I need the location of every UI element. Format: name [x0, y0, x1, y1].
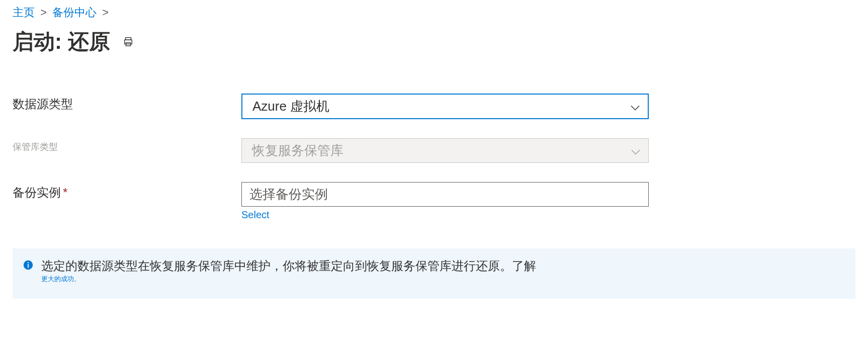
- label-datasource-type: 数据源类型: [13, 94, 241, 112]
- form-area: 数据源类型 Azure 虚拟机 保管库类型 恢复服务保管库 备份实例*: [13, 94, 855, 221]
- required-asterisk: *: [63, 186, 67, 199]
- select-vault-value: 恢复服务保管库: [252, 143, 343, 158]
- chevron-down-icon: [630, 99, 640, 114]
- info-content: 选定的数据源类型在恢复服务保管库中维护，你将被重定向到恢复服务保管库进行还原。了…: [41, 257, 536, 284]
- info-icon: [23, 259, 34, 271]
- chevron-down-icon: [631, 143, 641, 158]
- print-icon[interactable]: [123, 36, 134, 47]
- info-learn-more-link[interactable]: 更大的成功。: [41, 275, 536, 284]
- svg-point-5: [28, 262, 29, 263]
- title-row: 启动: 还原: [13, 28, 855, 56]
- input-backup-instance[interactable]: 选择备份实例: [241, 182, 649, 207]
- select-datasource-type[interactable]: Azure 虚拟机: [241, 94, 649, 119]
- breadcrumb-backup-center[interactable]: 备份中心: [52, 6, 97, 19]
- select-vault-type: 恢复服务保管库: [241, 138, 649, 163]
- label-vault-type: 保管库类型: [13, 138, 241, 153]
- select-instance-link[interactable]: Select: [241, 209, 270, 221]
- breadcrumb-home[interactable]: 主页: [13, 6, 35, 19]
- page-title: 启动: 还原: [13, 28, 110, 56]
- info-box: 选定的数据源类型在恢复服务保管库中维护，你将被重定向到恢复服务保管库进行还原。了…: [13, 248, 855, 299]
- row-backup-instance: 备份实例* 选择备份实例 Select: [13, 182, 855, 221]
- row-datasource-type: 数据源类型 Azure 虚拟机: [13, 94, 855, 119]
- breadcrumb-separator: >: [40, 6, 47, 19]
- label-backup-instance-text: 备份实例: [13, 186, 61, 199]
- row-vault-type: 保管库类型 恢复服务保管库: [13, 138, 855, 163]
- label-backup-instance: 备份实例*: [13, 182, 241, 201]
- info-message: 选定的数据源类型在恢复服务保管库中维护，你将被重定向到恢复服务保管库进行还原。了…: [41, 257, 536, 275]
- breadcrumb: 主页 > 备份中心 >: [13, 5, 855, 20]
- breadcrumb-separator: >: [102, 6, 109, 19]
- svg-rect-4: [28, 264, 29, 267]
- select-datasource-value: Azure 虚拟机: [252, 99, 329, 114]
